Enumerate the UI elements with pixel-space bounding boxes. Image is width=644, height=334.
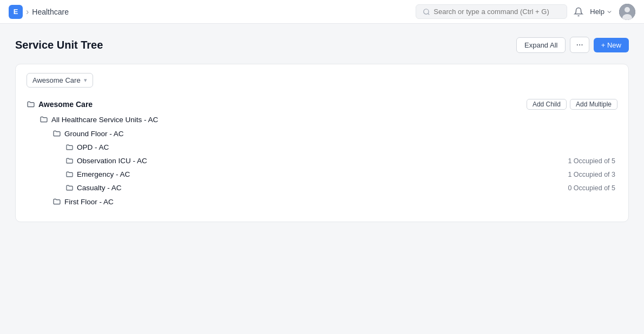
- folder-icon: [65, 170, 74, 178]
- tree-node-label: All Healthcare Service Units - AC: [40, 115, 617, 124]
- tree-node-text: First Floor - AC: [64, 198, 114, 206]
- nav-right: Help: [416, 4, 635, 20]
- tree-node-label: Casualty - AC: [65, 184, 568, 192]
- tree-node-label: Emergency - AC: [65, 170, 568, 178]
- search-bar[interactable]: [416, 4, 567, 19]
- expand-all-button[interactable]: Expand All: [516, 37, 566, 53]
- help-button[interactable]: Help: [590, 8, 613, 16]
- tree-node-text: Observation ICU - AC: [77, 157, 147, 165]
- page-content: Service Unit Tree Expand All ··· + New A…: [0, 24, 644, 235]
- tree-card: Awesome Care ▾ Awesome Care Add Child Ad…: [15, 64, 629, 222]
- tree-node-label: Ground Floor - AC: [52, 129, 617, 138]
- tree-row: Emergency - AC 1 Occupied of 3: [27, 168, 617, 181]
- org-dropdown-label: Awesome Care: [32, 76, 81, 84]
- tree-root-row: Awesome Care Add Child Add Multiple: [27, 96, 617, 112]
- svg-point-3: [625, 7, 630, 12]
- tree-nodes-container: All Healthcare Service Units - AC Ground…: [27, 112, 617, 209]
- tree-row: OPD - AC: [27, 141, 617, 154]
- tree-node-label: OPD - AC: [65, 143, 617, 151]
- add-multiple-button[interactable]: Add Multiple: [570, 99, 617, 110]
- search-input[interactable]: [433, 8, 560, 16]
- add-child-button[interactable]: Add Child: [527, 99, 567, 110]
- app-logo[interactable]: E: [9, 5, 23, 19]
- tree-node-text: Casualty - AC: [77, 184, 122, 192]
- avatar-image: [619, 4, 635, 20]
- tree-row: Observation ICU - AC 1 Occupied of 5: [27, 154, 617, 168]
- occupancy-stat: 0 Occupied of 5: [568, 184, 617, 192]
- header-actions: Expand All ··· + New: [516, 37, 629, 53]
- svg-line-1: [428, 13, 430, 15]
- tree-node-label: Observation ICU - AC: [65, 157, 568, 165]
- bell-icon: [574, 7, 583, 17]
- occupancy-stat: 1 Occupied of 3: [568, 171, 617, 178]
- occupancy-stat: 1 Occupied of 5: [568, 157, 617, 165]
- avatar[interactable]: [619, 4, 635, 20]
- root-actions: Add Child Add Multiple: [527, 99, 617, 110]
- folder-icon: [65, 157, 74, 165]
- tree-node-text: OPD - AC: [77, 143, 109, 151]
- tree-row: First Floor - AC: [27, 195, 617, 209]
- tree-node-text: All Healthcare Service Units - AC: [51, 116, 158, 124]
- chevron-down-icon: [606, 9, 613, 15]
- tree-node-label: First Floor - AC: [52, 197, 617, 206]
- tree-node-text: Emergency - AC: [77, 170, 130, 178]
- chevron-down-icon: ▾: [84, 77, 87, 84]
- search-icon: [423, 8, 430, 16]
- root-folder-icon: [27, 100, 35, 109]
- svg-point-0: [424, 9, 429, 14]
- notifications-button[interactable]: [574, 7, 583, 17]
- folder-icon: [65, 184, 74, 192]
- folder-icon: [40, 115, 48, 124]
- new-button[interactable]: + New: [594, 38, 629, 52]
- page-header: Service Unit Tree Expand All ··· + New: [15, 37, 629, 53]
- folder-icon: [52, 129, 61, 138]
- more-options-button[interactable]: ···: [570, 37, 589, 53]
- topnav: E › Healthcare Help: [0, 0, 644, 24]
- folder-icon: [52, 197, 61, 206]
- org-dropdown[interactable]: Awesome Care ▾: [27, 73, 93, 88]
- root-label: Awesome Care: [27, 100, 521, 109]
- page-title: Service Unit Tree: [15, 39, 103, 51]
- tree-row: All Healthcare Service Units - AC: [27, 112, 617, 126]
- breadcrumb-separator: ›: [26, 7, 29, 17]
- breadcrumb-healthcare[interactable]: Healthcare: [32, 8, 69, 16]
- folder-icon: [65, 143, 74, 151]
- tree-root: Awesome Care Add Child Add Multiple: [27, 96, 617, 112]
- tree-node-text: Ground Floor - AC: [64, 130, 124, 138]
- tree-row: Ground Floor - AC: [27, 126, 617, 141]
- tree-row: Casualty - AC 0 Occupied of 5: [27, 181, 617, 195]
- breadcrumb-area: E › Healthcare: [9, 5, 69, 19]
